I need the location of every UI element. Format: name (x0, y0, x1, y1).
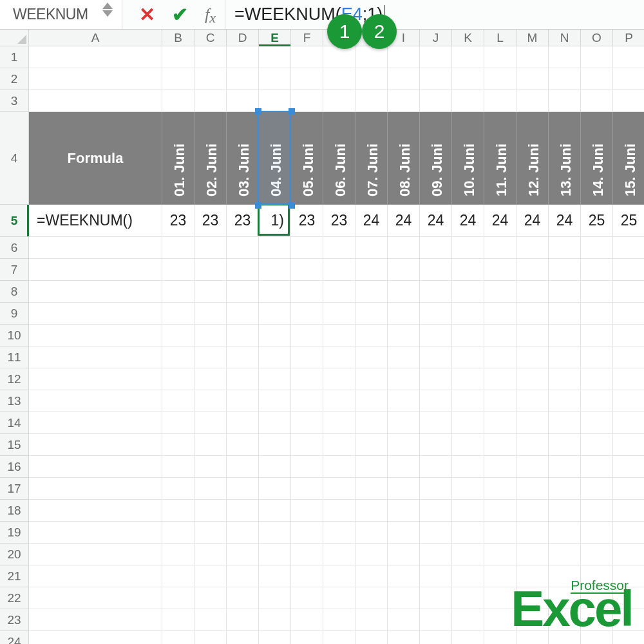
cell-A20[interactable] (29, 544, 162, 565)
cell-G8[interactable] (323, 281, 355, 303)
cell-D18[interactable] (227, 500, 259, 522)
cell-H15[interactable] (355, 434, 388, 456)
cell-B2[interactable] (162, 68, 194, 90)
cell-H18[interactable] (355, 500, 388, 522)
column-header-E[interactable]: E (259, 30, 291, 46)
cell-C23[interactable] (194, 609, 227, 631)
cell-J7[interactable] (420, 259, 452, 281)
cell-L1[interactable] (484, 46, 516, 68)
cell-N9[interactable] (549, 303, 581, 325)
cell-B16[interactable] (162, 456, 194, 478)
cell-D2[interactable] (227, 68, 259, 90)
cell-F2[interactable] (291, 68, 323, 90)
row-header-12[interactable]: 12 (0, 368, 28, 390)
cell-K24[interactable] (452, 631, 484, 644)
cell-E24[interactable] (259, 631, 291, 644)
cell-E16[interactable] (259, 456, 291, 478)
cell-O18[interactable] (581, 500, 613, 522)
cell-M4[interactable]: 12. Juni (516, 112, 549, 205)
cell-K8[interactable] (452, 281, 484, 303)
cell-G16[interactable] (323, 456, 355, 478)
cell-C5[interactable]: 23 (194, 205, 227, 237)
row-header-5[interactable]: 5 (0, 205, 28, 237)
cell-G15[interactable] (323, 434, 355, 456)
cell-A13[interactable] (29, 390, 162, 412)
name-box[interactable]: WEEKNUM (0, 0, 122, 29)
row-header-23[interactable]: 23 (0, 609, 28, 631)
cell-J13[interactable] (420, 390, 452, 412)
cell-I12[interactable] (388, 368, 420, 390)
cell-A3[interactable] (29, 90, 162, 112)
cell-P20[interactable] (613, 544, 644, 565)
cell-L17[interactable] (484, 478, 516, 500)
cell-D20[interactable] (227, 544, 259, 565)
cell-N17[interactable] (549, 478, 581, 500)
cell-C15[interactable] (194, 434, 227, 456)
row-header-10[interactable]: 10 (0, 325, 28, 346)
cell-H17[interactable] (355, 478, 388, 500)
cell-N18[interactable] (549, 500, 581, 522)
cell-M19[interactable] (516, 522, 549, 544)
select-all-corner[interactable] (0, 30, 29, 46)
cell-A23[interactable] (29, 609, 162, 631)
cell-P1[interactable] (613, 46, 644, 68)
cell-D9[interactable] (227, 303, 259, 325)
cell-N14[interactable] (549, 412, 581, 434)
cell-E19[interactable] (259, 522, 291, 544)
cell-M3[interactable] (516, 90, 549, 112)
cell-F21[interactable] (291, 565, 323, 587)
cell-H3[interactable] (355, 90, 388, 112)
cell-D5[interactable]: 23 (227, 205, 259, 237)
cell-O1[interactable] (581, 46, 613, 68)
cell-E14[interactable] (259, 412, 291, 434)
row-header-18[interactable]: 18 (0, 500, 28, 522)
cell-I10[interactable] (388, 325, 420, 346)
cell-I24[interactable] (388, 631, 420, 644)
cell-E3[interactable] (259, 90, 291, 112)
cell-A5[interactable]: =WEEKNUM() (29, 205, 162, 237)
cell-A10[interactable] (29, 325, 162, 346)
cell-A6[interactable] (29, 237, 162, 259)
cell-F14[interactable] (291, 412, 323, 434)
cell-M10[interactable] (516, 325, 549, 346)
cell-P14[interactable] (613, 412, 644, 434)
cell-O10[interactable] (581, 325, 613, 346)
cell-B1[interactable] (162, 46, 194, 68)
cell-F11[interactable] (291, 346, 323, 368)
cell-A21[interactable] (29, 565, 162, 587)
cell-D11[interactable] (227, 346, 259, 368)
cell-M13[interactable] (516, 390, 549, 412)
cell-K4[interactable]: 10. Juni (452, 112, 484, 205)
cell-B5[interactable]: 23 (162, 205, 194, 237)
cell-P15[interactable] (613, 434, 644, 456)
cell-L13[interactable] (484, 390, 516, 412)
cell-M20[interactable] (516, 544, 549, 565)
cell-L12[interactable] (484, 368, 516, 390)
cell-G2[interactable] (323, 68, 355, 90)
cell-L4[interactable]: 11. Juni (484, 112, 516, 205)
cell-L16[interactable] (484, 456, 516, 478)
cell-N13[interactable] (549, 390, 581, 412)
cell-G5[interactable]: 23 (323, 205, 355, 237)
cell-D4[interactable]: 03. Juni (227, 112, 259, 205)
cell-A9[interactable] (29, 303, 162, 325)
cell-L20[interactable] (484, 544, 516, 565)
cell-I22[interactable] (388, 587, 420, 609)
cell-J15[interactable] (420, 434, 452, 456)
cell-K12[interactable] (452, 368, 484, 390)
cell-D16[interactable] (227, 456, 259, 478)
cell-K23[interactable] (452, 609, 484, 631)
cell-A8[interactable] (29, 281, 162, 303)
cell-G18[interactable] (323, 500, 355, 522)
cell-A7[interactable] (29, 259, 162, 281)
cell-N15[interactable] (549, 434, 581, 456)
cell-N2[interactable] (549, 68, 581, 90)
cell-H1[interactable] (355, 46, 388, 68)
cell-I3[interactable] (388, 90, 420, 112)
cell-J11[interactable] (420, 346, 452, 368)
cell-I4[interactable]: 08. Juni (388, 112, 420, 205)
column-header-C[interactable]: C (194, 30, 227, 46)
cell-E23[interactable] (259, 609, 291, 631)
cell-I19[interactable] (388, 522, 420, 544)
column-header-N[interactable]: N (549, 30, 581, 46)
